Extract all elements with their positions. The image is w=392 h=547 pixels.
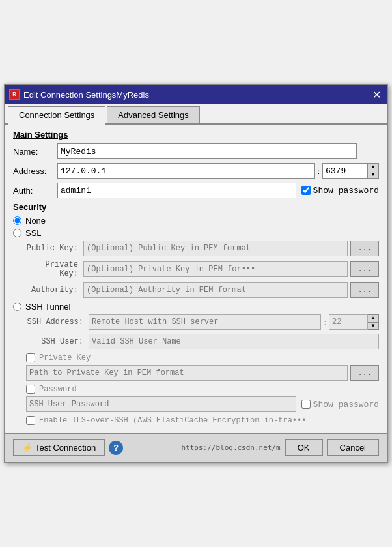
- ssh-address-input: [89, 314, 321, 330]
- tls-checkbox: [26, 416, 35, 425]
- tls-label: Enable TLS-over-SSH (AWS ElastiCache Enc…: [39, 416, 306, 425]
- name-label: Name:: [13, 147, 57, 156]
- public-key-row: Public Key: ...: [26, 241, 379, 256]
- ssh-user-input: [89, 334, 379, 349]
- ssh-show-password-area: Show password: [301, 400, 379, 409]
- show-password-checkbox[interactable]: [301, 186, 311, 195]
- none-radio-row: None: [13, 216, 379, 226]
- none-radio[interactable]: [13, 216, 21, 225]
- title-bar-left: R Edit Connection SettingsMyRedis: [9, 89, 149, 100]
- ssl-radio-row: SSL: [13, 228, 379, 238]
- test-icon: ⚡: [22, 443, 33, 452]
- authority-row: Authority: ...: [26, 282, 379, 298]
- ssh-port-up-button: ▲: [368, 315, 378, 323]
- tls-row: Enable TLS-over-SSH (AWS ElastiCache Enc…: [26, 416, 379, 425]
- security-section: Security None SSL Public Key: ...: [13, 202, 379, 425]
- close-button[interactable]: ✕: [370, 88, 383, 101]
- cancel-button[interactable]: Cancel: [327, 439, 379, 456]
- port-spinner: ▲ ▼: [368, 163, 379, 179]
- content-area: Main Settings Name: Address: : ▲ ▼ Auth:: [5, 125, 387, 433]
- tab-advanced-settings[interactable]: Advanced Settings: [107, 106, 199, 123]
- ssh-port-down-button: ▼: [368, 323, 378, 330]
- private-key-checkbox: [26, 353, 35, 362]
- ssh-show-password-label: Show password: [313, 400, 379, 409]
- private-key-ssl-input: [83, 261, 348, 277]
- ssh-show-password-checkbox: [301, 400, 311, 409]
- ssh-user-row: SSH User:: [26, 334, 379, 349]
- ssl-label: SSL: [25, 228, 42, 238]
- bottom-left: ⚡ Test Connection ?: [13, 439, 123, 456]
- auth-input[interactable]: [57, 183, 296, 198]
- ssh-radio-row: SSH Tunnel: [13, 302, 379, 312]
- private-key-ssl-browse-button: ...: [350, 261, 379, 277]
- ssh-address-label: SSH Address:: [26, 318, 89, 327]
- private-key-check-label: Private Key: [39, 353, 91, 362]
- private-key-ssl-label: Private Key:: [26, 260, 83, 278]
- public-key-input: [83, 241, 348, 256]
- test-label: Test Connection: [35, 443, 96, 452]
- password-check-label: Password: [39, 385, 77, 394]
- title-bar: R Edit Connection SettingsMyRedis ✕: [5, 85, 387, 104]
- main-window: R Edit Connection SettingsMyRedis ✕ Conn…: [4, 84, 388, 463]
- ssh-address-row: SSH Address: : ▲ ▼: [26, 314, 379, 330]
- ok-button[interactable]: OK: [285, 439, 323, 456]
- address-label: Address:: [13, 166, 57, 176]
- auth-row: Auth: Show password: [13, 183, 379, 198]
- authority-input: [83, 282, 348, 298]
- main-settings-header: Main Settings: [13, 130, 379, 140]
- ssh-user-label: SSH User:: [26, 337, 89, 346]
- public-key-label: Public Key:: [26, 244, 83, 253]
- auth-label: Auth:: [13, 186, 57, 196]
- ssh-password-input: [26, 396, 296, 412]
- ssh-section: SSH Address: : ▲ ▼ SSH User:: [26, 314, 379, 425]
- address-input[interactable]: [57, 163, 315, 179]
- bottom-bar: ⚡ Test Connection ? https://blog.csdn.ne…: [5, 433, 387, 462]
- authority-label: Authority:: [26, 286, 83, 295]
- bottom-right: https://blog.csdn.net/m OK Cancel: [181, 439, 379, 456]
- ssh-port-spinner: ▲ ▼: [368, 314, 379, 330]
- none-label: None: [25, 216, 46, 226]
- port-wrapper: ▲ ▼: [322, 163, 379, 179]
- ssh-tunnel-radio[interactable]: [13, 303, 21, 311]
- show-password-label: Show password: [313, 186, 379, 196]
- private-key-path-input: [26, 365, 348, 381]
- ssh-port-input: [329, 314, 368, 330]
- private-key-checkbox-row: Private Key: [26, 353, 379, 362]
- private-key-ssl-row: Private Key: ...: [26, 260, 379, 278]
- footer-url: https://blog.csdn.net/m: [181, 443, 280, 452]
- password-checkbox-row: Password: [26, 385, 379, 394]
- show-password-area: Show password: [301, 186, 379, 196]
- public-key-browse-button: ...: [350, 241, 379, 256]
- authority-browse-button: ...: [350, 282, 379, 298]
- port-input[interactable]: [322, 163, 368, 179]
- ssh-colon: :: [324, 318, 326, 327]
- ssh-password-row: Show password: [26, 396, 379, 412]
- private-key-path-row: ...: [26, 365, 379, 381]
- app-icon-text: R: [12, 91, 16, 98]
- name-row: Name:: [13, 143, 379, 159]
- private-key-path-browse-button: ...: [350, 365, 379, 381]
- tab-bar: Connection Settings Advanced Settings: [5, 104, 387, 125]
- window-title: Edit Connection SettingsMyRedis: [23, 90, 149, 100]
- ssl-radio[interactable]: [13, 229, 21, 237]
- port-up-button[interactable]: ▲: [368, 164, 378, 171]
- password-checkbox: [26, 385, 35, 394]
- port-down-button[interactable]: ▼: [368, 171, 378, 179]
- test-connection-button[interactable]: ⚡ Test Connection: [13, 439, 105, 456]
- ssh-tunnel-label: SSH Tunnel: [25, 302, 70, 312]
- address-row: Address: : ▲ ▼: [13, 163, 379, 179]
- colon-separator: :: [317, 166, 320, 176]
- app-icon: R: [9, 89, 20, 100]
- tab-connection-settings[interactable]: Connection Settings: [8, 106, 105, 125]
- security-header: Security: [13, 202, 379, 212]
- help-button[interactable]: ?: [109, 441, 123, 455]
- ssl-section: Public Key: ... Private Key: ... Authori…: [26, 241, 379, 298]
- name-input[interactable]: [57, 143, 357, 159]
